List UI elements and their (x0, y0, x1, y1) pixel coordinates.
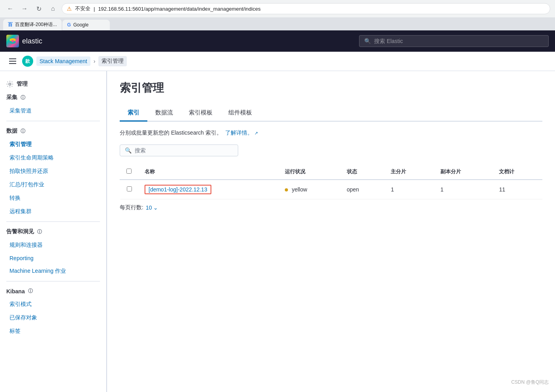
row-checkbox-cell (120, 180, 138, 199)
health-dot-yellow (285, 188, 288, 191)
security-warning-icon: ⚠ (67, 6, 72, 12)
sidebar-section-alerts: 告警和洞见 ⓘ (0, 225, 106, 238)
hamburger-menu[interactable] (6, 55, 19, 68)
sidebar-item-saved-objects[interactable]: 已保存对象 (0, 311, 106, 324)
browser-chrome: ← → ↻ ⌂ ⚠ 不安全 | 192.168.56.11:5601/app/m… (0, 0, 555, 30)
sidebar-item-index-patterns[interactable]: 索引模式 (0, 298, 106, 311)
sidebar-item-reporting[interactable]: Reporting (0, 252, 106, 264)
elastic-logo[interactable]: elastic (6, 35, 42, 47)
tab-google-favicon: G (67, 22, 71, 28)
tab-indices[interactable]: 索引 (120, 105, 147, 122)
address-bar[interactable]: ⚠ 不安全 | 192.168.56.11:5601/app/managemen… (62, 3, 550, 14)
breadcrumb-separator: › (94, 58, 96, 64)
th-checkbox (120, 164, 138, 180)
nav-breadcrumb: 款 Stack Management › 索引管理 (0, 52, 555, 71)
sidebar-item-rules[interactable]: 规则和连接器 (0, 238, 106, 252)
address-separator: | (94, 6, 95, 12)
tab-baidu[interactable]: 百 百度翻译-200种语... (3, 19, 62, 30)
browser-toolbar: ← → ↻ ⌂ ⚠ 不安全 | 192.168.56.11:5601/app/m… (0, 0, 555, 17)
per-page-value: 10 (146, 204, 152, 211)
sidebar-item-index-management[interactable]: 索引管理 (0, 138, 106, 151)
svg-rect-4 (9, 61, 16, 62)
row-doc-count-cell: 11 (493, 180, 542, 199)
sidebar-item-transform[interactable]: 转换 (0, 191, 106, 205)
svg-rect-3 (9, 58, 16, 59)
th-health: 运行状况 (278, 164, 341, 180)
data-info-icon[interactable]: ⓘ (21, 128, 25, 135)
elastic-logo-svg (9, 37, 17, 45)
kibana-info-icon[interactable]: ⓘ (28, 288, 33, 294)
row-checkbox[interactable] (127, 186, 132, 191)
divider-3 (6, 281, 100, 281)
tab-data-streams[interactable]: 数据流 (147, 105, 181, 122)
elastic-search-input[interactable] (374, 38, 544, 44)
tab-google[interactable]: G Google (62, 20, 110, 30)
description-content: 分别或批量更新您的 Elasticsearch 索引。 (120, 129, 222, 136)
address-text: 不安全 (75, 5, 90, 12)
hamburger-icon (9, 58, 16, 64)
tab-baidu-favicon: 百 (8, 21, 13, 28)
external-link-icon: ↗ (254, 131, 258, 135)
sidebar-item-remote-cluster[interactable]: 远程集群 (0, 205, 106, 218)
tabs-row: 索引 数据流 索引模板 组件模板 (120, 105, 542, 122)
back-button[interactable]: ← (5, 3, 16, 14)
watermark: CSDN @鲁Q同志 (511, 379, 549, 386)
reload-button[interactable]: ↻ (33, 3, 44, 14)
breadcrumb-stack-management[interactable]: Stack Management (36, 56, 90, 66)
sidebar-item-tags[interactable]: 标签 (0, 324, 106, 338)
th-name: 名称 (138, 164, 278, 180)
per-page-selector[interactable]: 10 ⌄ (146, 204, 158, 211)
sidebar-item-ml[interactable]: Machine Learning 作业 (0, 264, 106, 278)
search-input[interactable] (135, 147, 233, 154)
tab-component-templates[interactable]: 组件模板 (220, 105, 260, 122)
select-all-checkbox[interactable] (126, 169, 132, 174)
alerts-info-icon[interactable]: ⓘ (37, 229, 42, 235)
tab-index-templates[interactable]: 索引模板 (181, 105, 220, 122)
row-status-cell: open (341, 180, 385, 199)
sidebar-item-snapshot[interactable]: 拍取快照并还原 (0, 165, 106, 178)
index-name-link[interactable]: [demo1-log]-2022.12.13 (149, 186, 207, 193)
sidebar-section-data-label: 数据 (6, 128, 17, 135)
sidebar-section-caiji: 采集 ⓘ (0, 91, 106, 104)
gear-icon (6, 81, 13, 88)
elastic-search-container[interactable]: 🔍 (359, 35, 549, 47)
row-health-cell: yellow (278, 180, 341, 199)
svg-rect-5 (9, 63, 16, 64)
sidebar-main-title: 管理 (0, 77, 106, 91)
main-layout: 管理 采集 ⓘ 采集管道 数据 ⓘ 索引管理 索引生命周期策略 拍取快照并还原 … (0, 71, 555, 392)
user-avatar[interactable]: 款 (22, 56, 33, 67)
learn-more-link[interactable]: 了解详情。 (225, 129, 253, 136)
sidebar-item-rollup[interactable]: 汇总/打包作业 (0, 178, 106, 191)
th-primary-shards: 主分片 (384, 164, 434, 180)
pagination-row: 每页行数: 10 ⌄ (120, 199, 542, 216)
table-header-row: 名称 运行状况 状态 主分片 副本分片 文档计 (120, 164, 542, 180)
row-replica-shards-cell: 1 (434, 180, 493, 199)
address-url: 192.168.56.11:5601/app/management/data/i… (98, 6, 260, 12)
search-row: 🔍 (120, 144, 542, 156)
sidebar-section-alerts-label: 告警和洞见 (6, 228, 34, 235)
th-doc-count: 文档计 (493, 164, 542, 180)
caiji-info-icon[interactable]: ⓘ (21, 94, 25, 101)
description-text: 分别或批量更新您的 Elasticsearch 索引。 了解详情。 ↗ (120, 129, 542, 137)
row-primary-shards-cell: 1 (384, 180, 434, 199)
row-name-cell: [demo1-log]-2022.12.13 (138, 180, 278, 199)
search-icon: 🔍 (364, 38, 371, 44)
divider-1 (6, 121, 100, 121)
indices-table: 名称 运行状况 状态 主分片 副本分片 文档计 [demo1-log]-2022… (120, 164, 542, 199)
sidebar-item-caiji-pipeline[interactable]: 采集管道 (0, 104, 106, 118)
sidebar-main-label: 管理 (17, 81, 28, 88)
content-area: 索引管理 索引 数据流 索引模板 组件模板 分别或批量更新您的 Elastics… (107, 71, 555, 392)
sidebar: 管理 采集 ⓘ 采集管道 数据 ⓘ 索引管理 索引生命周期策略 拍取快照并还原 … (0, 71, 107, 392)
th-replica-shards: 副本分片 (434, 164, 493, 180)
tab-baidu-label: 百度翻译-200种语... (15, 21, 57, 28)
svg-point-6 (9, 83, 11, 85)
forward-button[interactable]: → (19, 3, 30, 14)
home-button[interactable]: ⌂ (47, 3, 58, 14)
sidebar-item-ilm[interactable]: 索引生命周期策略 (0, 151, 106, 165)
th-status: 状态 (341, 164, 385, 180)
divider-2 (6, 221, 100, 222)
page-title: 索引管理 (120, 81, 542, 96)
elastic-logo-text: elastic (22, 37, 42, 45)
index-name-highlight: [demo1-log]-2022.12.13 (145, 185, 211, 194)
search-box[interactable]: 🔍 (120, 144, 238, 156)
